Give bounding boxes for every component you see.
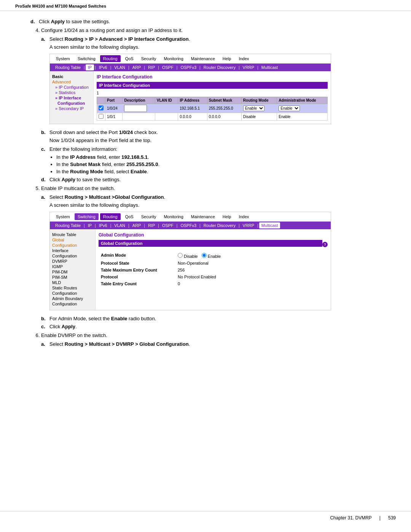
subnav-vrrp-1[interactable]: VRRP: [241, 64, 257, 70]
nav-routing-2[interactable]: Routing: [100, 213, 121, 220]
subnav-arp-1[interactable]: ARP: [130, 64, 143, 70]
subnav-rip-2[interactable]: RIP: [146, 222, 157, 228]
sidebar-mroute-table[interactable]: Mroute Table: [52, 232, 93, 237]
subnav-ospfv3-1[interactable]: OSPFv3: [178, 64, 199, 70]
nav-monitoring-1[interactable]: Monitoring: [161, 55, 186, 62]
subnav-ip-2[interactable]: IP: [86, 222, 94, 228]
subnav-ipv6-2[interactable]: IPv6: [97, 222, 110, 228]
nav-monitoring-2[interactable]: Monitoring: [161, 213, 186, 220]
subnav-multicast-1[interactable]: Multicast: [259, 64, 280, 70]
row1-desc[interactable]: [123, 104, 155, 113]
row1-admin[interactable]: Enable Disable: [277, 104, 328, 113]
screen-desc-2: A screen similar to the following displa…: [49, 202, 381, 208]
nav-security-2[interactable]: Security: [138, 213, 159, 220]
nav-qos-2[interactable]: QoS: [122, 213, 137, 220]
nav-system-2[interactable]: System: [53, 213, 73, 220]
footer-text: Chapter 31. DVMRP | 539: [330, 515, 396, 521]
sidebar-mld[interactable]: MLD: [52, 280, 93, 285]
row2-routing: Disable: [241, 113, 277, 121]
subnav-multicast-2[interactable]: Multicast: [259, 222, 280, 228]
sidebar-basic[interactable]: Basic: [52, 74, 91, 79]
nav-index-1[interactable]: Index: [236, 55, 252, 62]
sidebar-pim-dm[interactable]: PIM-DM: [52, 270, 93, 274]
step-6-text: Enable DVMRP on the switch.: [41, 332, 107, 338]
row1-routing[interactable]: Enable Disable: [241, 104, 277, 113]
sidebar-admin-boundary[interactable]: Admin Boundary: [52, 296, 93, 301]
nav-maintenance-1[interactable]: Maintenance: [188, 55, 218, 62]
nav-help-1[interactable]: Help: [220, 55, 234, 62]
step-5-substeps: a. Select Routing > Multicast >Global Co…: [41, 194, 381, 329]
sidebar-admin-config[interactable]: Configuration: [52, 302, 93, 306]
sidebar-static-routes[interactable]: Static Routes: [52, 286, 93, 290]
sidebar-pim-sm[interactable]: PIM-SM: [52, 275, 93, 280]
nav-switching-2[interactable]: Switching: [75, 213, 99, 220]
table-row-1: 1/0/24 192.168.5.1 255.255.255.0 Enable: [97, 104, 328, 113]
row2-checkbox[interactable]: [97, 113, 105, 121]
nav-maintenance-2[interactable]: Maintenance: [188, 213, 218, 220]
sidebar-interface[interactable]: Interface: [52, 248, 93, 253]
subnav-routing-table-1[interactable]: Routing Table: [53, 64, 83, 70]
step-5: Enable IP multicast on the switch. a. Se…: [41, 185, 381, 329]
subnav-vlan-2[interactable]: VLAN: [112, 222, 127, 228]
checkbox-101[interactable]: [99, 114, 104, 119]
config-row-protocol-state: Protocol State Non-Operational: [99, 260, 327, 266]
subnav-router-discovery-1[interactable]: Router Discovery: [201, 64, 238, 70]
row1-ip: 192.168.5.1: [178, 104, 207, 113]
sidebar-igmp[interactable]: IGMP: [52, 264, 93, 269]
config-row-max-entry: Table Maximum Entry Count 256: [99, 267, 327, 273]
subnav-rip-1[interactable]: RIP: [146, 64, 157, 70]
radio-enable-label[interactable]: Enable: [202, 253, 221, 259]
radio-disable[interactable]: [178, 253, 183, 258]
step-5b-letter: b.: [41, 316, 49, 321]
nav-security-1[interactable]: Security: [138, 55, 159, 62]
subnav-vrrp-2[interactable]: VRRP: [241, 222, 257, 228]
nav-system-1[interactable]: System: [53, 55, 73, 62]
step-4c-letter: c.: [41, 146, 49, 152]
routing-mode-select-1[interactable]: Enable Disable: [243, 105, 264, 111]
checkbox-1024[interactable]: [99, 105, 104, 110]
subnav-arp-2[interactable]: ARP: [130, 222, 143, 228]
radio-enable[interactable]: [202, 253, 207, 258]
sidebar-ip-config[interactable]: » IP Configuration: [55, 85, 91, 89]
subnav-router-discovery-2[interactable]: Router Discovery: [201, 222, 238, 228]
subnav-routing-table-2[interactable]: Routing Table: [53, 222, 83, 228]
nav-qos-1[interactable]: QoS: [122, 55, 137, 62]
radio-disable-label[interactable]: Disable: [178, 253, 198, 259]
row1-mask: 255.255.255.0: [207, 104, 241, 113]
sidebar-ip-interface[interactable]: » IP Interface: [55, 96, 91, 100]
header-title: ProSafe M4100 and M7100 Managed Switches: [15, 4, 106, 8]
sidebar-static-config[interactable]: Configuration: [52, 291, 93, 296]
sidebar-global[interactable]: Global: [52, 238, 93, 242]
sidebar-configuration[interactable]: Configuration: [52, 243, 93, 248]
sidebar-advanced[interactable]: Advanced: [52, 80, 91, 84]
sidebar-ip-interface-config[interactable]: Configuration: [55, 101, 91, 105]
ui-main-2: Global Configuration Global Configuratio…: [96, 229, 331, 310]
info-icon[interactable]: ?: [322, 242, 328, 247]
subnav-ospf-1[interactable]: OSPF: [160, 64, 176, 70]
subnav-vlan-1[interactable]: VLAN: [112, 64, 127, 70]
sub-nav-2: Routing Table | IP | IPv6 | VLAN | ARP |…: [50, 222, 331, 229]
nav-routing-1[interactable]: Routing: [100, 55, 121, 62]
sidebar-secondary-ip[interactable]: » Secondary IP: [55, 106, 91, 111]
subnav-ip-1[interactable]: IP: [86, 64, 94, 70]
nav-help-2[interactable]: Help: [220, 213, 234, 220]
step-5c: c. Click Apply.: [41, 324, 381, 329]
sidebar-interface-config[interactable]: Configuration: [52, 254, 93, 258]
step-4d: d. Click Apply to save the settings.: [41, 177, 381, 182]
step-5c-letter: c.: [41, 324, 49, 329]
subnav-ipv6-1[interactable]: IPv6: [97, 64, 110, 70]
sidebar-dvmrp[interactable]: DVMRP: [52, 259, 93, 264]
col-admin-mode: Administrative Mode: [277, 97, 328, 104]
nav-index-2[interactable]: Index: [236, 213, 252, 220]
step-5a-letter: a.: [41, 194, 49, 200]
sidebar-statistics[interactable]: » Statistics: [55, 90, 91, 95]
pagination-1: 1: [97, 91, 328, 95]
nav-switching-1[interactable]: Switching: [75, 55, 99, 62]
subnav-ospf-2[interactable]: OSPF: [160, 222, 176, 228]
step-4c: c. Enter the following information:: [41, 146, 381, 152]
admin-mode-select-1[interactable]: Enable Disable: [279, 105, 300, 111]
row1-checkbox[interactable]: [97, 104, 105, 113]
step-4b: b. Scroll down and select the Port 1/0/2…: [41, 129, 381, 135]
subnav-ospfv3-2[interactable]: OSPFv3: [178, 222, 199, 228]
col-subnet-mask: Subnet Mask: [207, 97, 241, 104]
